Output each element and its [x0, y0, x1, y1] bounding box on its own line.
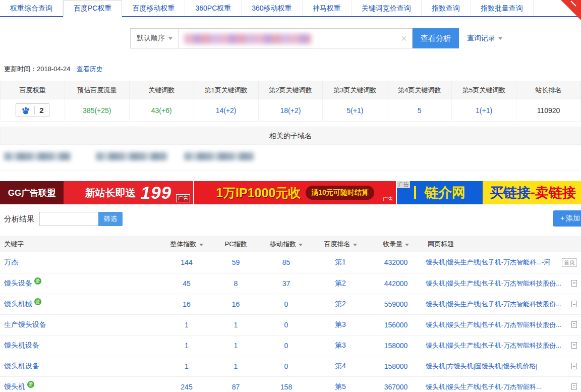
keyword-link[interactable]: 馒头设备	[4, 279, 32, 287]
pc-index-link[interactable]: 1	[234, 342, 238, 350]
results-column-header-5[interactable]: 百度排名	[313, 236, 368, 252]
page-icon	[571, 383, 577, 390]
collection-count-link[interactable]: 442000	[384, 279, 408, 288]
stats-value[interactable]: 43(+6)	[129, 99, 194, 122]
page-title-link[interactable]: 馒头机|馒头生产线|包子机-万杰智能科...	[426, 382, 542, 391]
title-cell: 馒头机|馒头生产线|包子机-万杰智能科...-河首页	[424, 252, 581, 273]
tab-5[interactable]: 360移动权重	[242, 0, 302, 16]
view-history-link[interactable]: 查看历史	[77, 65, 103, 74]
overall-index-link[interactable]: 144	[181, 258, 192, 266]
title-inner: 馒头机|馒头生产线|包子机-万杰智能科...	[426, 382, 577, 391]
stats-value[interactable]: 5(+1)	[323, 99, 387, 122]
keyword-link[interactable]: 馒头机	[4, 382, 25, 390]
keyword-link[interactable]: 馒头机械	[4, 300, 32, 308]
column-header-label: 百度排名	[324, 240, 351, 248]
domain-input[interactable]: ×	[179, 28, 413, 48]
mobile-index-link[interactable]: 0	[284, 342, 288, 350]
keyword-link[interactable]: 馒头机设备	[4, 362, 39, 370]
overall-index-link[interactable]: 16	[183, 300, 191, 308]
tab-3[interactable]: 百度移动权重	[122, 0, 185, 16]
baidu-rank-link[interactable]: 第1	[335, 258, 346, 266]
overall-index-link[interactable]: 1	[185, 362, 189, 370]
baidu-rank-link[interactable]: 第5	[335, 382, 346, 390]
green-index-icon: 爱	[34, 298, 41, 305]
mobile-index-link[interactable]: 0	[284, 362, 288, 370]
censored-subdomain[interactable]	[4, 152, 71, 160]
stats-value[interactable]: 18(+2)	[258, 99, 323, 122]
tab-4[interactable]: 360PC权重	[185, 0, 242, 16]
mobile-index-link[interactable]: 37	[282, 279, 290, 288]
ad-banner-gg-union[interactable]: GG广告联盟 新站长即送 199 广告	[0, 181, 193, 204]
page-title-link[interactable]: 馒头机|馒头生产线|包子机-万杰智能科技股份...	[426, 300, 561, 309]
stats-value[interactable]: 14(+2)	[194, 99, 258, 122]
query-history-link[interactable]: 查询记录	[467, 28, 502, 48]
overall-index-link[interactable]: 1	[185, 342, 189, 350]
subdomain-section-title: 相关的子域名	[0, 127, 581, 145]
page-title-link[interactable]: 馒头机|馒头生产线|包子机-万杰智能科技股份...	[426, 320, 561, 329]
tab-6[interactable]: 神马权重	[303, 0, 352, 16]
tab-2[interactable]: 百度PC权重	[63, 0, 122, 17]
baidu-rank-link[interactable]: 第3	[335, 320, 346, 328]
pc-index-link[interactable]: 16	[232, 300, 240, 308]
analyze-button[interactable]: 查看分析	[413, 28, 459, 48]
chain-icon	[414, 186, 422, 199]
add-compare-button[interactable]: ＋添加	[553, 210, 581, 227]
value-cell: 16	[212, 294, 260, 314]
mobile-index-link[interactable]: 85	[282, 258, 290, 266]
ad-banner-ip-buy[interactable]: 1万IP1000元收 满10元可随时结算 广告	[194, 181, 396, 204]
collection-count-link[interactable]: 367000	[384, 383, 408, 391]
baidu-rank-link[interactable]: 第2	[335, 279, 346, 287]
tab-9[interactable]: 指数批量查询	[471, 0, 534, 16]
tab-8[interactable]: 指数查询	[422, 0, 471, 16]
mobile-index-link[interactable]: 0	[284, 300, 288, 308]
value-cell: 559000	[368, 294, 424, 314]
baidu-rank-link[interactable]: 第3	[335, 341, 346, 349]
pc-index-link[interactable]: 87	[232, 383, 240, 391]
censored-subdomain[interactable]	[184, 152, 254, 160]
pc-index-link[interactable]: 1	[234, 321, 238, 329]
title-inner: 馒头机|馒头生产线|包子机-万杰智能科技股份...	[426, 300, 577, 309]
results-column-header-6[interactable]: 收录量	[368, 236, 424, 252]
censored-subdomain[interactable]	[96, 152, 167, 160]
order-select[interactable]: 默认顺序	[130, 28, 179, 48]
corner-ribbon[interactable]	[561, 0, 581, 20]
mobile-index-link[interactable]: 0	[284, 321, 288, 329]
baidu-rank-link[interactable]: 第2	[335, 300, 346, 308]
collection-count-link[interactable]: 158000	[384, 342, 408, 350]
tab-7[interactable]: 关键词竞价查询	[352, 0, 422, 16]
stats-value[interactable]: 1(+1)	[452, 99, 516, 122]
baidu-weight-badge[interactable]: 2	[16, 103, 49, 117]
collection-count-link[interactable]: 432000	[384, 258, 408, 266]
clear-icon[interactable]: ×	[401, 33, 407, 43]
ad-banner-link-market[interactable]: 广告 链介网 买链接 - 卖链接	[397, 181, 581, 204]
overall-index-link[interactable]: 45	[183, 279, 191, 288]
page-title-link[interactable]: 馒头机|方馒头机|圆馒头机|馒头机价格|	[426, 362, 538, 371]
overall-index-link[interactable]: 1	[185, 321, 189, 329]
baidu-rank-link[interactable]: 第4	[335, 362, 346, 370]
stats-header: 百度权重	[1, 81, 65, 99]
column-header-label: 网页标题	[428, 240, 454, 248]
filter-button[interactable]: 筛选	[98, 212, 123, 226]
stats-value[interactable]: 5	[387, 99, 452, 122]
collection-count-link[interactable]: 156000	[384, 321, 408, 329]
mobile-index-link[interactable]: 158	[280, 383, 292, 391]
collection-count-link[interactable]: 158000	[384, 362, 408, 370]
keyword-filter-input[interactable]	[39, 212, 99, 226]
stats-value[interactable]: 385(+25)	[65, 99, 129, 122]
pc-index-link[interactable]: 59	[232, 258, 240, 266]
page-title-link[interactable]: 馒头机|馒头生产线|包子机-万杰智能科...-河	[426, 258, 550, 267]
keyword-link[interactable]: 馒头机设备	[4, 341, 39, 349]
overall-index-link[interactable]: 245	[181, 383, 192, 391]
tab-1[interactable]: 权重综合查询	[0, 0, 63, 16]
column-header-label: 移动指数	[270, 240, 296, 248]
results-column-header-2[interactable]: 整体指数	[161, 236, 212, 252]
update-time-label: 更新时间：2018-04-24	[4, 65, 71, 74]
keyword-link[interactable]: 生产馒头设备	[4, 320, 46, 328]
page-title-link[interactable]: 馒头机|馒头生产线|包子机-万杰智能科技股份...	[426, 279, 561, 288]
page-title-link[interactable]: 馒头机|馒头生产线|包子机-万杰智能科技股份...	[426, 341, 561, 350]
results-column-header-4[interactable]: 移动指数	[260, 236, 313, 252]
pc-index-link[interactable]: 1	[234, 362, 238, 370]
collection-count-link[interactable]: 559000	[384, 300, 408, 308]
keyword-link[interactable]: 万杰	[4, 258, 18, 266]
pc-index-link[interactable]: 8	[234, 279, 238, 288]
